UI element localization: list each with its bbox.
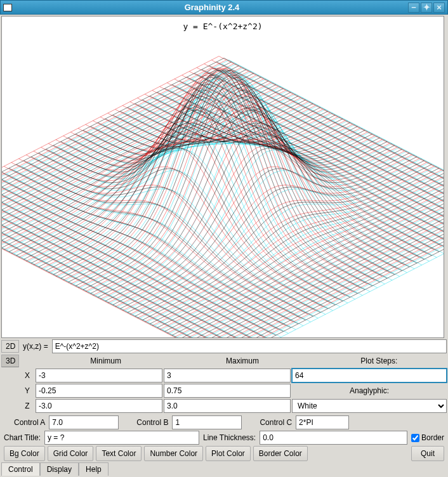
- surface-plot: [2, 16, 444, 338]
- bg-color-button[interactable]: Bg Color: [4, 446, 45, 461]
- chart-title-input[interactable]: [44, 431, 199, 445]
- tab-2d[interactable]: 2D: [1, 340, 19, 353]
- y-label: Y: [20, 386, 34, 395]
- y-max-input[interactable]: [164, 384, 291, 398]
- border-checkbox[interactable]: [411, 434, 419, 442]
- chart-title-label: Chart Title:: [1, 433, 43, 442]
- maximize-button[interactable]: ✦: [421, 3, 432, 13]
- line-thickness-input[interactable]: [260, 431, 407, 445]
- border-checkbox-container[interactable]: Border: [409, 433, 447, 442]
- quit-button[interactable]: Quit: [411, 446, 444, 461]
- plot-canvas[interactable]: y = E^-(x^2+z^2): [1, 16, 444, 338]
- control-a-label: Control A: [11, 418, 48, 427]
- plot-color-button[interactable]: Plot Color: [206, 446, 251, 461]
- x-label: X: [20, 371, 34, 380]
- x-min-input[interactable]: [36, 369, 162, 382]
- control-b-label: Control B: [134, 418, 171, 427]
- z-max-input[interactable]: [164, 399, 291, 413]
- function-input[interactable]: [52, 339, 447, 353]
- maximum-header: Maximum: [175, 356, 310, 365]
- line-thickness-label: Line Thickness:: [201, 433, 258, 442]
- number-color-button[interactable]: Number Color: [144, 446, 203, 461]
- border-color-button[interactable]: Border Color: [253, 446, 308, 461]
- control-a-input[interactable]: [49, 415, 119, 429]
- plot-title: y = E^-(x^2+z^2): [2, 22, 444, 31]
- grid-color-button[interactable]: Grid Color: [48, 446, 94, 461]
- app-icon: [3, 4, 12, 11]
- tab-control[interactable]: Control: [1, 462, 40, 476]
- window-title: Graphinity 2.4: [16, 3, 408, 12]
- z-label: Z: [20, 402, 34, 410]
- close-button[interactable]: ×: [433, 3, 445, 13]
- tab-3d[interactable]: 3D: [1, 355, 19, 367]
- text-color-button[interactable]: Text Color: [96, 446, 142, 461]
- control-b-input[interactable]: [172, 415, 242, 429]
- bottom-tabs: Control Display Help: [1, 462, 447, 476]
- tab-display[interactable]: Display: [40, 462, 79, 476]
- control-c-label: Control C: [257, 418, 294, 427]
- anaglyphic-select[interactable]: White: [292, 399, 447, 413]
- minimum-header: Minimum: [38, 356, 173, 365]
- titlebar: Graphinity 2.4 − ✦ ×: [0, 0, 448, 15]
- control-c-input[interactable]: [296, 415, 349, 429]
- plot-steps-input[interactable]: [292, 369, 447, 382]
- z-min-input[interactable]: [36, 399, 162, 413]
- plotsteps-header: Plot Steps:: [312, 356, 447, 365]
- y-min-input[interactable]: [36, 384, 162, 398]
- tab-help[interactable]: Help: [79, 462, 109, 476]
- border-label: Border: [421, 433, 444, 442]
- x-max-input[interactable]: [164, 369, 291, 382]
- function-label: y(x,z) =: [20, 342, 51, 351]
- minimize-button[interactable]: −: [408, 3, 419, 13]
- anaglyphic-label: Anaglyphic:: [292, 386, 447, 395]
